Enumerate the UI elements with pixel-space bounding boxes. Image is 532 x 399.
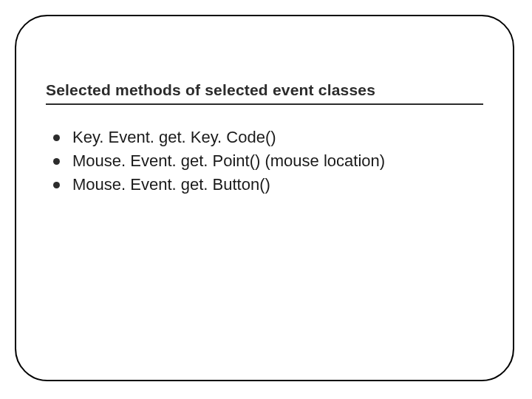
list-item: Mouse. Event. get. Button(): [50, 173, 483, 197]
slide-content: Selected methods of selected event class…: [16, 16, 513, 197]
bullet-list: Key. Event. get. Key. Code() Mouse. Even…: [46, 126, 483, 197]
list-item: Key. Event. get. Key. Code(): [50, 126, 483, 149]
slide-title: Selected methods of selected event class…: [46, 81, 483, 99]
list-item: Mouse. Event. get. Point() (mouse locati…: [50, 149, 483, 173]
slide-frame: Selected methods of selected event class…: [15, 15, 514, 381]
title-underline: [46, 103, 483, 105]
